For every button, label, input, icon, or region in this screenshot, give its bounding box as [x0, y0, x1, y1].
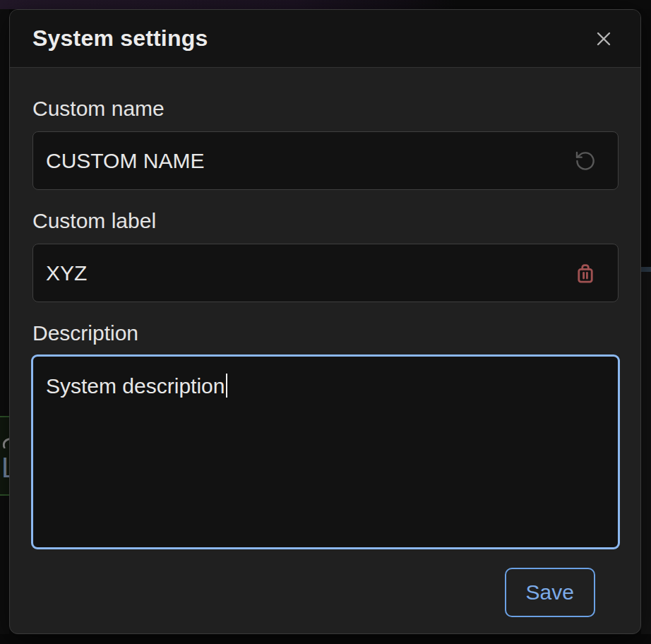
rotate-ccw-icon: [574, 150, 597, 172]
close-icon: [593, 28, 614, 49]
save-button[interactable]: Save: [505, 568, 595, 617]
custom-label-input[interactable]: XYZ: [32, 244, 619, 302]
custom-name-input[interactable]: CUSTOM NAME: [32, 131, 619, 190]
custom-name-value: CUSTOM NAME: [46, 149, 570, 173]
custom-label-label: Custom label: [32, 210, 618, 232]
background-right-divider: [641, 267, 651, 272]
background-left-strip: [0, 9, 9, 634]
background-curve-glyph: [1, 437, 9, 448]
dialog-footer: Save: [32, 549, 618, 617]
description-textarea[interactable]: System description: [31, 354, 620, 549]
description-value: System description: [46, 374, 225, 398]
description-label: Description: [32, 322, 618, 345]
background-bottom-strip: [0, 634, 651, 644]
dialog-header: System settings: [10, 10, 640, 68]
custom-label-value: XYZ: [46, 261, 570, 285]
delete-custom-label-button[interactable]: [570, 258, 601, 289]
background-top-strip: [0, 0, 651, 9]
dialog-title: System settings: [32, 25, 208, 52]
system-settings-dialog: System settings Custom name CUSTOM NAME: [9, 9, 641, 634]
trash-icon: [573, 261, 597, 285]
dialog-body: Custom name CUSTOM NAME Custom label XYZ: [10, 68, 640, 633]
background-partial-letter: L: [1, 453, 9, 482]
reset-custom-name-button[interactable]: [570, 145, 601, 177]
custom-name-label: Custom name: [32, 97, 618, 120]
background-right-panel: [641, 272, 651, 634]
close-button[interactable]: [590, 25, 618, 53]
text-caret: [226, 374, 227, 398]
background-partial-node: L: [0, 416, 9, 496]
